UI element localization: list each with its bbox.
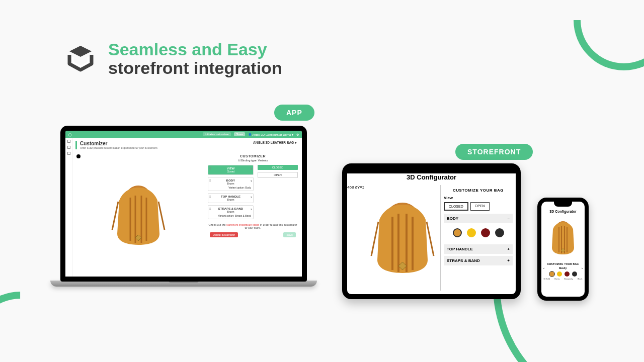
- phone-swatches: [541, 272, 585, 277]
- chevron-down-icon[interactable]: ▾: [251, 179, 252, 183]
- view-closed-button[interactable]: CLOSED: [444, 202, 468, 211]
- drag-handle-icon[interactable]: ≡: [209, 167, 211, 170]
- app-topbar: ◯ Initiate customizer Save 👤 Angle 3D Co…: [65, 131, 302, 138]
- drag-handle-icon[interactable]: ≡: [209, 195, 211, 198]
- swatch-yellow[interactable]: [467, 228, 476, 237]
- help-icon[interactable]: [67, 152, 70, 155]
- phone-customize-heading: CUSTOMIZE YOUR BAG: [541, 262, 585, 265]
- binding-row: ☑ Binding type: Variants: [208, 159, 298, 162]
- swatch-burgundy[interactable]: [565, 272, 570, 277]
- product-name-dropdown[interactable]: ANGLE 3D LEATHER BAG ▾: [253, 141, 297, 145]
- drag-handle-icon[interactable]: ≡: [209, 179, 211, 182]
- customizer-panel: CUSTOMIZER ☑ Binding type: Variants ≡ VI…: [204, 152, 302, 277]
- panel-title: CUSTOMIZER: [208, 154, 298, 158]
- tablet-3d-preview[interactable]: [364, 185, 440, 291]
- storefront-title: 3D Configurator: [347, 173, 516, 181]
- tablet-device: 3D Configurator 468 ðŸ¥‡ CUSTOMIZE YOUR …: [342, 163, 521, 299]
- gear-icon[interactable]: ⚙: [296, 133, 299, 136]
- save-button[interactable]: Save: [283, 232, 296, 237]
- topbar-save-button[interactable]: Save: [234, 132, 245, 136]
- user-menu[interactable]: 👤 Angle 3D Configurator Demo ▾: [248, 133, 293, 136]
- phone-notch: [554, 202, 572, 207]
- swatch-black[interactable]: [495, 228, 504, 237]
- home-icon[interactable]: [67, 140, 70, 143]
- phone-3d-preview[interactable]: [541, 215, 585, 260]
- phone-swatch-labels: D.Gold Daisy Burgundy Black: [541, 278, 585, 280]
- reset-view-icon[interactable]: [76, 154, 80, 158]
- chevron-down-icon[interactable]: ▾: [251, 167, 252, 170]
- headline-bottom: storefront integration: [108, 59, 282, 77]
- group-straps-band[interactable]: ≡ STRAPS & BAND Brown Variant option: St…: [208, 205, 254, 219]
- swatch-burgundy[interactable]: [481, 228, 490, 237]
- bag-preview: [547, 218, 579, 257]
- swatch-tan[interactable]: [549, 272, 554, 277]
- bag-preview: [108, 179, 169, 250]
- phone-title: 3D Configurator: [541, 210, 585, 213]
- chevron-down-icon[interactable]: ▾: [251, 207, 252, 211]
- swatch-black[interactable]: [572, 272, 577, 277]
- view-open-button[interactable]: OPEN: [258, 172, 298, 178]
- bag-preview: [367, 196, 438, 280]
- group-view[interactable]: ≡ VIEW Closed ▾: [208, 165, 254, 175]
- view-label   : View: [444, 196, 513, 200]
- delete-customizer-button[interactable]: Delete customizer: [210, 232, 238, 237]
- prev-section-icon[interactable]: ‹: [543, 266, 544, 269]
- headline: Seamless and Easy storefront integration: [108, 40, 282, 78]
- headline-top: Seamless and Easy: [108, 40, 282, 59]
- phone-section-body: ‹ Body ›: [541, 266, 585, 269]
- customize-panel: CUSTOMIZE YOUR BAG View CLOSED OPEN BODY…: [440, 185, 516, 291]
- customize-heading: CUSTOMIZE YOUR BAG: [444, 188, 513, 193]
- accordion-top-handle[interactable]: TOP HANDLE: [444, 244, 513, 254]
- accordion-body[interactable]: BODY: [444, 214, 513, 223]
- app-sidebar: [65, 138, 72, 277]
- chevron-down-icon[interactable]: ▾: [251, 195, 252, 199]
- page-subtitle: Offer a 3D product customization experie…: [80, 146, 296, 149]
- swatch-yellow[interactable]: [557, 272, 562, 277]
- footer-note: Check out the storefront integration ste…: [208, 223, 298, 229]
- group-top-handle[interactable]: ≡ TOP HANDLE Brown ▾: [208, 193, 254, 203]
- laptop-device: ◯ Initiate customizer Save 👤 Angle 3D Co…: [50, 126, 317, 297]
- logo-icon: ◯: [68, 133, 72, 136]
- phone-icon[interactable]: [67, 146, 70, 149]
- decor-arc-top-right: [553, 0, 644, 91]
- initiate-customizer-button[interactable]: Initiate customizer: [203, 132, 231, 136]
- pill-storefront: STOREFRONT: [455, 144, 533, 160]
- view-closed-button[interactable]: CLOSED: [258, 165, 298, 170]
- header: Seamless and Easy storefront integration: [65, 40, 282, 78]
- phone-device: 3D Configurator CUSTOMIZE YOUR BAG ‹ Bod…: [537, 198, 589, 301]
- view-open-button[interactable]: OPEN: [470, 202, 490, 211]
- swatch-tan[interactable]: [453, 228, 462, 237]
- next-section-icon[interactable]: ›: [582, 266, 583, 269]
- svg-marker-0: [69, 46, 92, 57]
- body-swatches: [444, 223, 513, 242]
- group-body[interactable]: ≡ BODY Brown Variant option: Body ▾: [208, 177, 254, 191]
- accordion-straps-band[interactable]: STRAPS & BAND: [444, 256, 513, 265]
- drag-handle-icon[interactable]: ≡: [209, 207, 211, 210]
- pill-app: APP: [274, 105, 314, 121]
- brand-logo-icon: [65, 44, 96, 74]
- product-3d-preview[interactable]: [72, 152, 204, 277]
